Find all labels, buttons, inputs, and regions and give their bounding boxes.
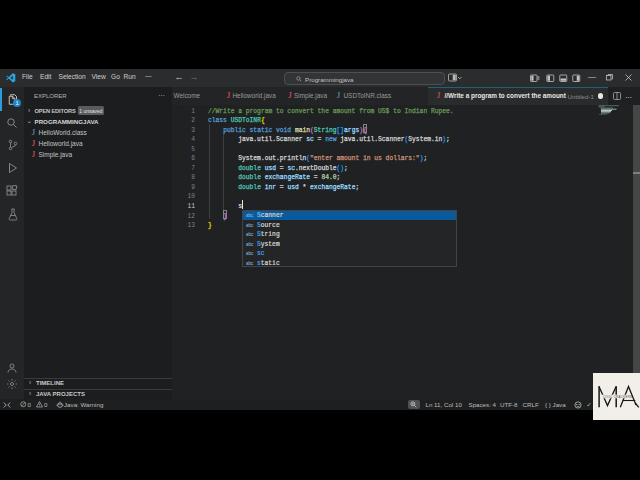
svg-text:COOL CRACKERS: COOL CRACKERS	[603, 394, 632, 398]
